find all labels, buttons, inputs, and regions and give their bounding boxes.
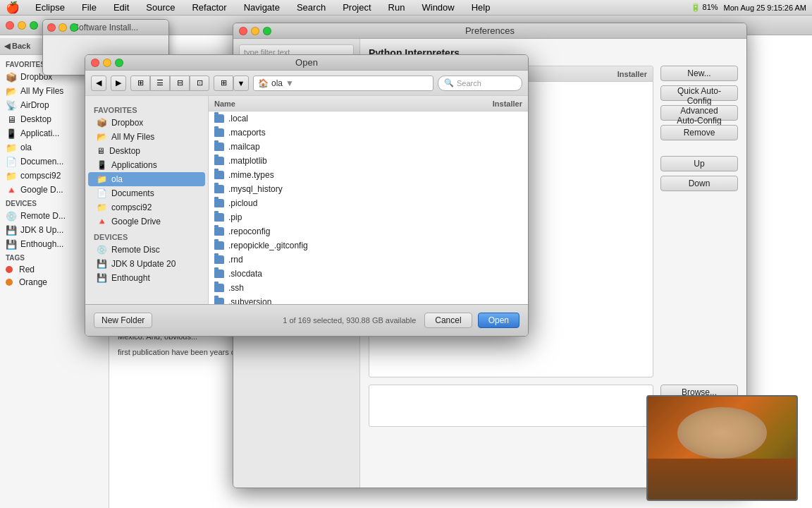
menubar-run[interactable]: Run: [384, 2, 410, 13]
dialog-sidebar-jdk[interactable]: 💾 JDK 8 Update 20: [88, 257, 205, 271]
apple-menu[interactable]: 🍎: [6, 1, 20, 14]
file-item[interactable]: .matplotlib: [209, 154, 528, 168]
dialog-sidebar-applications[interactable]: 📱 Applications: [88, 158, 205, 172]
prefs-min-btn[interactable]: [251, 27, 259, 35]
list-view-btn[interactable]: ☰: [150, 75, 170, 91]
file-item[interactable]: .mime.types: [209, 168, 528, 182]
menubar-navigate[interactable]: Navigate: [240, 2, 284, 13]
dialog-devices-label: DEVICES: [85, 229, 208, 243]
menubar-help[interactable]: Help: [467, 2, 495, 13]
menubar-project[interactable]: Project: [338, 2, 375, 13]
new-button[interactable]: New...: [660, 66, 738, 81]
file-item[interactable]: .ssh: [209, 281, 528, 295]
remote-icon: 💿: [6, 210, 17, 222]
jdk-icon: 💾: [6, 224, 17, 236]
file-item[interactable]: .picloud: [209, 196, 528, 210]
dialog-sidebar-googledrive[interactable]: 🔺 Google Drive: [88, 214, 205, 229]
dialog-sidebar-allfiles[interactable]: 📂 All My Files: [88, 130, 205, 144]
dialog-applications-label: Applications: [111, 160, 157, 170]
menubar-source[interactable]: Source: [142, 2, 179, 13]
desktop-icon: 🖥: [6, 114, 17, 125]
dialog-status: 1 of 169 selected, 930.88 GB available: [283, 316, 416, 325]
column-view-btn[interactable]: ⊟: [170, 75, 190, 91]
dialog-min-btn[interactable]: [103, 59, 111, 67]
open-button[interactable]: Open: [478, 313, 519, 328]
dialog-sidebar-compsci[interactable]: 📁 compsci92: [88, 200, 205, 214]
ola-folder-icon: 📁: [6, 142, 17, 153]
prefs-max-btn[interactable]: [263, 27, 271, 35]
airdrop-icon: 📡: [6, 99, 17, 111]
menubar-refactor[interactable]: Refactor: [187, 2, 230, 13]
menubar-right: 🔋 81% Mon Aug 25 9:15:26 AM: [691, 3, 807, 12]
file-item[interactable]: .subversion: [209, 295, 528, 304]
back-btn[interactable]: ◀: [91, 75, 106, 91]
video-overlay: [646, 395, 798, 501]
prefs-title: Preferences: [465, 25, 515, 36]
location-chevron[interactable]: ▼: [285, 78, 294, 88]
file-item[interactable]: .local: [209, 111, 528, 126]
menubar-window[interactable]: Window: [417, 2, 458, 13]
software-titlebar: Software Install...: [43, 20, 168, 35]
view-options-btn[interactable]: ⊞: [214, 75, 233, 91]
file-item[interactable]: .macports: [209, 126, 528, 140]
menubar-edit[interactable]: Edit: [109, 2, 133, 13]
location-bar[interactable]: 🏠 ola ▼: [253, 75, 433, 91]
dialog-close-btn[interactable]: [91, 59, 99, 67]
dialog-file-list: Name Installer .local.macports.mailcap.m…: [209, 96, 528, 304]
menubar-file[interactable]: File: [78, 2, 101, 13]
tag-orange-label: Orange: [19, 277, 47, 287]
maximize-button[interactable]: [30, 21, 38, 30]
sidebar-item-ola-label: ola: [20, 143, 32, 152]
orange-tag-dot: [6, 279, 13, 286]
forward-btn[interactable]: ▶: [111, 75, 126, 91]
quick-auto-config-button[interactable]: Quick Auto-Config: [660, 85, 738, 101]
file-item[interactable]: .mailcap: [209, 140, 528, 154]
dialog-remote-label: Remote Disc: [111, 245, 160, 255]
advanced-auto-config-button[interactable]: Advanced Auto-Config: [660, 105, 738, 121]
file-list-header: Name Installer: [209, 96, 528, 111]
search-bar[interactable]: 🔍 Search: [438, 75, 522, 91]
sw-close-btn[interactable]: [47, 23, 56, 32]
dropbox-sidebar-icon: 📦: [97, 118, 107, 128]
file-item[interactable]: .rnd: [209, 253, 528, 267]
new-folder-button[interactable]: New Folder: [94, 313, 152, 328]
battery-status: 🔋 81%: [691, 3, 718, 12]
cancel-button[interactable]: Cancel: [424, 313, 472, 328]
home-icon: 🏠: [258, 78, 269, 88]
dialog-sidebar-ola[interactable]: 📁 ola: [88, 172, 205, 186]
cover-view-btn[interactable]: ⊡: [190, 75, 209, 91]
up-button[interactable]: Up: [660, 156, 738, 171]
dialog-title: Open: [295, 57, 318, 68]
dialog-sidebar-dropbox[interactable]: 📦 Dropbox: [88, 116, 205, 130]
dialog-sidebar-remote[interactable]: 💿 Remote Disc: [88, 243, 205, 257]
menubar-app[interactable]: Eclipse: [31, 2, 69, 13]
sw-max-btn[interactable]: [70, 23, 78, 32]
file-item[interactable]: .slocdata: [209, 267, 528, 281]
menubar-search[interactable]: Search: [293, 2, 330, 13]
sw-min-btn[interactable]: [59, 23, 67, 32]
dialog-max-btn[interactable]: [115, 59, 123, 67]
close-button[interactable]: [6, 21, 14, 30]
dialog-sidebar: FAVORITES 📦 Dropbox 📂 All My Files 🖥 Des…: [85, 96, 209, 304]
minimize-button[interactable]: [18, 21, 26, 30]
applications-sidebar-icon: 📱: [97, 160, 107, 170]
down-button[interactable]: Down: [660, 176, 738, 191]
prefs-buttons: New... Quick Auto-Config Advanced Auto-C…: [660, 66, 738, 377]
dialog-sidebar-desktop[interactable]: 🖥 Desktop: [88, 144, 205, 158]
file-item[interactable]: .mysql_history: [209, 182, 528, 196]
view-options-group: ⊞ ▼: [214, 75, 249, 91]
sidebar-item-gdrive-label: Google D...: [20, 185, 63, 195]
arrange-btn[interactable]: ▼: [233, 75, 249, 91]
file-item[interactable]: .repoconfig: [209, 224, 528, 238]
file-item[interactable]: .pip: [209, 210, 528, 224]
view-btn-group: ⊞ ☰ ⊟ ⊡: [130, 75, 209, 91]
remove-button[interactable]: Remove: [660, 125, 738, 140]
prefs-close-btn[interactable]: [239, 27, 247, 35]
prefs-window-buttons: [239, 27, 271, 35]
dialog-sidebar-enthought[interactable]: 💾 Enthought: [88, 271, 205, 285]
icon-view-btn[interactable]: ⊞: [130, 75, 150, 91]
dialog-window-buttons: [91, 59, 123, 67]
dialog-sidebar-documents[interactable]: 📄 Documents: [88, 186, 205, 200]
sidebar-item-desktop-label: Desktop: [20, 114, 51, 124]
file-item[interactable]: .repopickle_.gitconfig: [209, 238, 528, 253]
